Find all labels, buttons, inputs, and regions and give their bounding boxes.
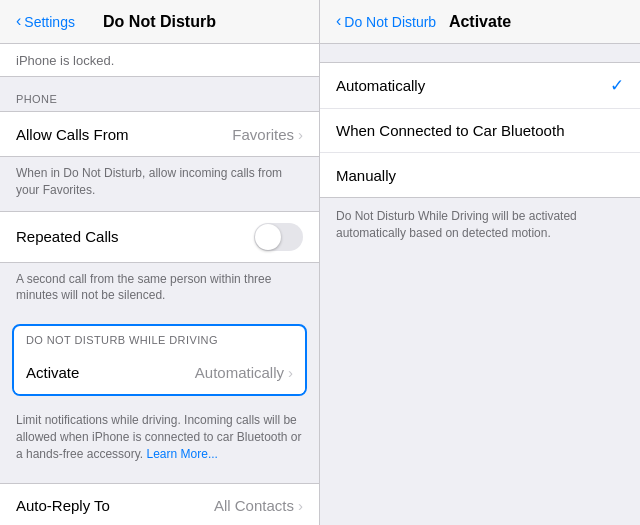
left-back-label: Settings	[24, 14, 75, 30]
dnd-driving-section-label: DO NOT DISTURB WHILE DRIVING	[14, 326, 305, 350]
auto-reply-to-card: Auto-Reply To All Contacts › Auto-Reply …	[0, 483, 319, 525]
auto-reply-to-chevron: ›	[298, 497, 303, 514]
left-panel: ‹ Settings Do Not Disturb iPhone is lock…	[0, 0, 320, 525]
repeated-calls-row[interactable]: Repeated Calls	[0, 212, 319, 262]
option-automatically-label: Automatically	[336, 77, 610, 94]
repeated-calls-card: Repeated Calls	[0, 211, 319, 263]
phone-section-label: PHONE	[0, 77, 319, 111]
allow-calls-note: When in Do Not Disturb, allow incoming c…	[0, 157, 319, 211]
option-bluetooth-row[interactable]: When Connected to Car Bluetooth	[320, 109, 640, 153]
right-panel: ‹ Do Not Disturb Activate Automatically …	[320, 0, 640, 525]
option-automatically-row[interactable]: Automatically ✓	[320, 63, 640, 109]
top-clipped-text: iPhone is locked.	[16, 53, 114, 68]
activate-label: Activate	[26, 364, 195, 381]
dnd-driving-section: DO NOT DISTURB WHILE DRIVING Activate Au…	[12, 324, 307, 396]
left-nav-title: Do Not Disturb	[103, 13, 216, 31]
allow-calls-row[interactable]: Allow Calls From Favorites ›	[0, 112, 319, 156]
allow-calls-label: Allow Calls From	[16, 126, 232, 143]
activate-row[interactable]: Activate Automatically ›	[14, 350, 305, 394]
option-manually-row[interactable]: Manually	[320, 153, 640, 197]
learn-more-link[interactable]: Learn More...	[147, 447, 218, 461]
left-back-chevron: ‹	[16, 12, 21, 30]
automatically-checkmark: ✓	[610, 75, 624, 96]
auto-reply-to-value: All Contacts	[214, 497, 294, 514]
auto-reply-to-label: Auto-Reply To	[16, 497, 214, 514]
repeated-calls-label: Repeated Calls	[16, 228, 254, 245]
right-nav-title: Activate	[449, 13, 511, 31]
activate-chevron: ›	[288, 364, 293, 381]
left-nav-bar: ‹ Settings Do Not Disturb	[0, 0, 319, 44]
right-back-button[interactable]: ‹ Do Not Disturb	[336, 13, 436, 30]
right-panel-note: Do Not Disturb While Driving will be act…	[320, 198, 640, 253]
right-content: Automatically ✓ When Connected to Car Bl…	[320, 44, 640, 525]
top-clipped-area: iPhone is locked.	[0, 44, 319, 77]
auto-reply-to-row[interactable]: Auto-Reply To All Contacts ›	[0, 484, 319, 525]
left-back-button[interactable]: ‹ Settings	[16, 13, 75, 30]
repeated-calls-note: A second call from the same person withi…	[0, 263, 319, 317]
right-back-label: Do Not Disturb	[344, 14, 436, 30]
option-bluetooth-label: When Connected to Car Bluetooth	[336, 122, 624, 139]
activate-options-card: Automatically ✓ When Connected to Car Bl…	[320, 62, 640, 198]
repeated-calls-toggle[interactable]	[254, 223, 303, 251]
right-nav-bar: ‹ Do Not Disturb Activate	[320, 0, 640, 44]
left-content: iPhone is locked. PHONE Allow Calls From…	[0, 44, 319, 525]
toggle-knob	[255, 224, 281, 250]
option-manually-label: Manually	[336, 167, 624, 184]
activate-value: Automatically	[195, 364, 284, 381]
allow-calls-chevron: ›	[298, 126, 303, 143]
dnd-driving-note: Limit notifications while driving. Incom…	[0, 404, 319, 474]
allow-calls-card: Allow Calls From Favorites ›	[0, 111, 319, 157]
right-back-chevron: ‹	[336, 12, 341, 30]
allow-calls-value: Favorites	[232, 126, 294, 143]
